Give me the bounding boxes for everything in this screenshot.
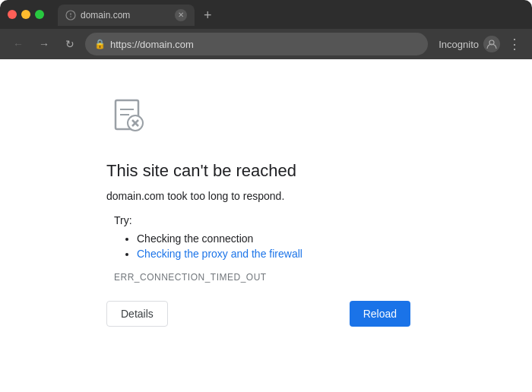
- maximize-button[interactable]: [35, 10, 44, 19]
- close-button[interactable]: [8, 10, 17, 19]
- browser-window: domain.com ✕ + ← → ↻ 🔒 https://domain.co…: [0, 0, 532, 392]
- forward-button[interactable]: →: [33, 33, 55, 55]
- svg-point-2: [70, 16, 71, 17]
- error-description-rest: took too long to respond.: [164, 190, 284, 202]
- incognito-label: Incognito: [439, 39, 479, 50]
- button-row: Details Reload: [106, 301, 410, 327]
- traffic-lights: [8, 10, 44, 19]
- details-button[interactable]: Details: [106, 301, 168, 327]
- forward-icon: →: [39, 38, 49, 50]
- tab-title: domain.com: [81, 10, 170, 21]
- suggestion-item-1: Checking the connection: [137, 232, 426, 245]
- incognito-area: Incognito: [439, 36, 500, 52]
- try-label: Try:: [114, 214, 426, 226]
- back-button[interactable]: ←: [8, 33, 29, 55]
- reload-icon: ↻: [65, 38, 74, 50]
- error-icon: [106, 94, 426, 143]
- suggestions-list: Checking the connection Checking the pro…: [122, 232, 426, 260]
- error-description: domain.com took too long to respond.: [106, 190, 426, 202]
- minimize-button[interactable]: [21, 10, 30, 19]
- incognito-icon: [483, 36, 500, 52]
- domain-name: domain.com: [106, 190, 164, 202]
- error-title: This site can't be reached: [106, 161, 426, 181]
- address-text: https://domain.com: [110, 39, 419, 50]
- reload-button[interactable]: Reload: [350, 301, 410, 327]
- tab-close-button[interactable]: ✕: [175, 9, 187, 21]
- lock-icon: 🔒: [94, 39, 106, 49]
- suggestion-item-2: Checking the proxy and the firewall: [137, 248, 426, 260]
- suggestion-link-2[interactable]: Checking the proxy and the firewall: [137, 248, 302, 260]
- toolbar: ← → ↻ 🔒 https://domain.com Incognito ⋮: [0, 29, 532, 59]
- new-tab-button[interactable]: +: [198, 5, 218, 26]
- suggestion-text-1: Checking the connection: [137, 232, 253, 245]
- title-bar: domain.com ✕ +: [0, 0, 532, 29]
- error-code: ERR_CONNECTION_TIMED_OUT: [114, 272, 426, 283]
- back-icon: ←: [13, 38, 24, 50]
- menu-button[interactable]: ⋮: [505, 36, 524, 52]
- error-body: This site can't be reached domain.com to…: [106, 94, 426, 327]
- tab-favicon-icon: [65, 10, 76, 21]
- page-content: This site can't be reached domain.com to…: [0, 59, 532, 392]
- address-bar[interactable]: 🔒 https://domain.com: [85, 33, 428, 55]
- reload-nav-button[interactable]: ↻: [59, 33, 81, 55]
- browser-tab[interactable]: domain.com ✕: [58, 5, 195, 26]
